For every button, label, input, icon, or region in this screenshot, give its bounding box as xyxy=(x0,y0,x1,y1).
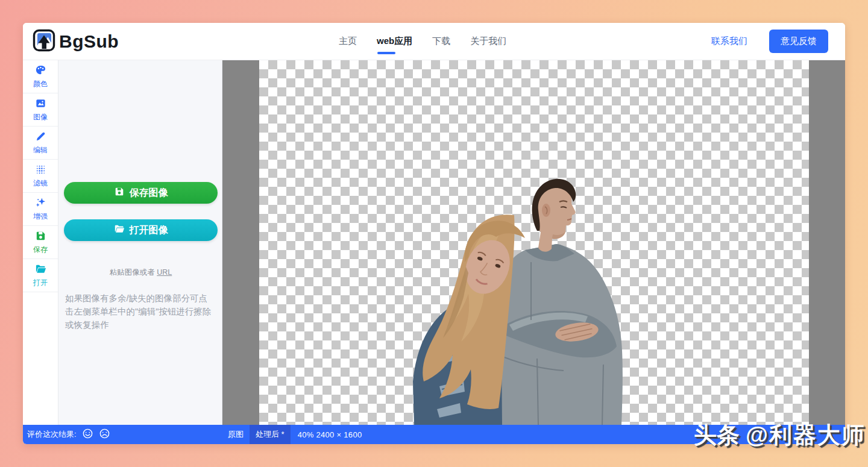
tool-edit[interactable]: 编辑 xyxy=(23,127,58,160)
open-image-label: 打开图像 xyxy=(130,224,168,237)
watermark-handle: @利器大师 xyxy=(746,422,866,448)
header-right: 联系我们 意见反馈 xyxy=(711,30,845,53)
save-icon xyxy=(114,186,125,199)
filter-icon xyxy=(35,164,46,177)
watermark: 头条@利器大师 xyxy=(694,420,866,451)
view-tabs: 原图 处理后 * 40% 2400 × 1600 xyxy=(222,425,362,444)
tool-label: 滤镜 xyxy=(33,178,48,189)
watermark-brand: 头条 xyxy=(694,422,740,448)
nav-about[interactable]: 关于我们 xyxy=(470,33,506,49)
tool-filter[interactable]: 滤镜 xyxy=(23,160,58,193)
open-folder-icon xyxy=(114,224,125,237)
tool-label: 增强 xyxy=(33,212,48,222)
save-icon xyxy=(35,230,46,243)
open-folder-icon xyxy=(35,263,46,277)
rate-label: 评价这次结果: xyxy=(27,429,77,440)
feedback-button[interactable]: 意见反馈 xyxy=(769,30,828,53)
main-nav: 主页 web应用 下载 关于我们 xyxy=(339,23,506,60)
tool-image[interactable]: 图像 xyxy=(23,93,58,127)
sad-face-icon xyxy=(99,428,110,441)
tool-label: 编辑 xyxy=(33,145,48,155)
edit-instructions: 如果图像有多余/缺失的图像部分可点击左侧菜单栏中的"编辑"按钮进行擦除或恢复操作 xyxy=(65,292,216,331)
tool-label: 图像 xyxy=(33,112,48,122)
tool-open[interactable]: 打开 xyxy=(23,259,58,292)
open-image-button[interactable]: 打开图像 xyxy=(64,219,218,241)
app-window: BgSub 主页 web应用 下载 关于我们 联系我们 意见反馈 颜色 xyxy=(23,23,845,444)
side-panel: 保存图像 打开图像 粘贴图像或者 URL 如果图像有多余/缺失的图像部分可点击左… xyxy=(58,60,222,425)
zoom-dimensions-label: 40% 2400 × 1600 xyxy=(298,430,362,439)
tool-label: 打开 xyxy=(33,278,48,288)
bgsub-logo-icon xyxy=(32,28,56,55)
tool-label: 保存 xyxy=(33,245,48,255)
tool-save[interactable]: 保存 xyxy=(23,226,58,259)
tab-processed[interactable]: 处理后 * xyxy=(250,425,291,444)
save-image-button[interactable]: 保存图像 xyxy=(64,182,218,204)
tool-label: 颜色 xyxy=(33,79,48,89)
transparent-image-area[interactable] xyxy=(259,60,809,425)
logo-text: BgSub xyxy=(59,31,119,52)
sparkles-icon xyxy=(35,197,46,210)
nav-webapp[interactable]: web应用 xyxy=(377,33,412,49)
rate-bad-button[interactable] xyxy=(99,428,110,441)
happy-face-icon xyxy=(82,428,93,441)
contact-link[interactable]: 联系我们 xyxy=(711,36,747,47)
save-image-label: 保存图像 xyxy=(130,187,168,199)
logo[interactable]: BgSub xyxy=(23,28,119,55)
tool-enhance[interactable]: 增强 xyxy=(23,193,58,226)
rating-group: 评价这次结果: xyxy=(23,428,110,441)
header: BgSub 主页 web应用 下载 关于我们 联系我们 意见反馈 xyxy=(23,23,845,60)
tool-sidebar: 颜色 图像 编辑 滤镜 xyxy=(23,60,58,425)
rate-good-button[interactable] xyxy=(82,428,93,441)
editor-canvas[interactable] xyxy=(222,60,845,425)
url-link[interactable]: URL xyxy=(157,268,172,277)
subject-photo xyxy=(413,177,624,425)
tool-color[interactable]: 颜色 xyxy=(23,60,58,93)
tab-original[interactable]: 原图 xyxy=(222,425,250,444)
nav-home[interactable]: 主页 xyxy=(339,33,357,49)
paste-hint: 粘贴图像或者 URL xyxy=(64,268,218,278)
content: 颜色 图像 编辑 滤镜 xyxy=(23,60,845,425)
image-icon xyxy=(35,98,46,111)
palette-icon xyxy=(35,64,46,78)
paste-hint-text: 粘贴图像或者 xyxy=(110,268,155,277)
pencil-icon xyxy=(35,131,46,144)
nav-download[interactable]: 下载 xyxy=(432,33,450,49)
